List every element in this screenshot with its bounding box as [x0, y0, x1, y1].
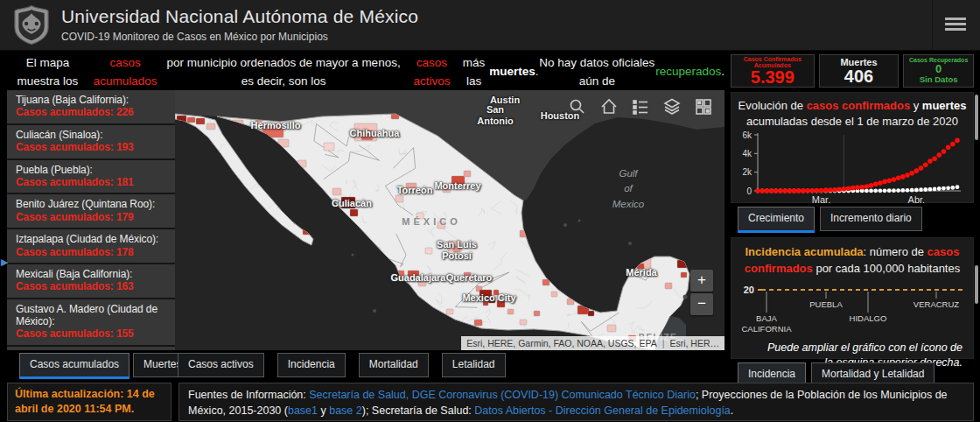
municipality-list-item[interactable]: Miguel Hidalgo (Ciudad de México):	[7, 347, 175, 350]
search-icon[interactable]	[567, 96, 588, 117]
svg-text:4k: 4k	[742, 149, 752, 158]
evolution-panel: Evolución de casos confirmados y muertes…	[731, 92, 974, 203]
municipality-name: Mexicali (Baja California):	[16, 268, 170, 280]
municipality-list-item[interactable]: Benito Juárez (Quintana Roo): Casos acum…	[7, 194, 175, 229]
recovered-stat: Casos Recuperados 0 Sin Datos	[903, 54, 974, 88]
layers-icon[interactable]	[662, 96, 682, 117]
svg-text:20: 20	[744, 285, 754, 295]
main-area: El mapa muestra los casos acumulados por…	[7, 54, 724, 378]
footer: Última actualización: 14 de abril de 202…	[7, 383, 974, 421]
municipality-name: Tijuana (Baja California):	[16, 94, 170, 106]
municipality-list: Tijuana (Baja California): Casos acumula…	[7, 90, 175, 350]
confirmed-value: 5.399	[732, 68, 814, 86]
basemap-gallery-icon[interactable]	[693, 96, 714, 117]
incidence-title: Incidencia acumulada: número de casos co…	[732, 244, 973, 278]
municipality-list-item[interactable]: Gustavo A. Madero (Ciudad de México): Ca…	[7, 299, 175, 347]
svg-text:CALIFORNIA: CALIFORNIA	[741, 324, 792, 334]
municipality-cases: Casos acumulados: 163	[16, 280, 170, 292]
deaths-stat: Muertes 406	[819, 54, 900, 88]
scrollbar-thumb[interactable]	[975, 265, 978, 304]
zoom-control: + −	[690, 270, 713, 317]
evolution-chart: 6k4k2k0Mar.Abr.	[735, 130, 968, 207]
right-column: Casos Confirmados Acumulados 5.399 Muert…	[731, 54, 974, 387]
municipality-list-item[interactable]: Mexicali (Baja California): Casos acumul…	[7, 264, 175, 299]
zoom-out-button[interactable]: −	[690, 293, 713, 315]
recovered-value: 0	[904, 63, 973, 75]
svg-text:6k: 6k	[742, 130, 752, 140]
app-header: Universidad Nacional Autónoma de México …	[0, 0, 980, 51]
expand-panel-arrow-icon[interactable]: ▶	[1, 257, 8, 268]
unam-logo	[11, 4, 52, 46]
municipality-list-item[interactable]: Puebla (Puebla): Casos acumulados: 181	[7, 160, 175, 195]
municipality-cases: Casos acumulados: 155	[16, 327, 170, 340]
page-title: Universidad Nacional Autónoma de México	[61, 6, 418, 27]
hamburger-icon	[945, 18, 966, 33]
municipality-cases: Casos acumulados: 226	[16, 106, 170, 118]
tab-letalidad[interactable]: Letalidad	[442, 353, 506, 377]
municipality-cases: Casos acumulados: 193	[16, 141, 170, 153]
left-panel-tabs: Casos acumuladosMuertes	[7, 353, 175, 378]
attribution-basemap: Esri, HERE, Garmin, FAO, NOAA, USGS, EPA	[466, 338, 656, 348]
source-link[interactable]: base 2	[329, 404, 362, 417]
map-canvas[interactable]: HermosilloChihuahuaTorreónMonterreyCulia…	[175, 90, 724, 350]
svg-text:0: 0	[746, 186, 752, 196]
svg-text:VERACRUZ: VERACRUZ	[914, 299, 959, 309]
tab-casos-activos[interactable]: Casos activos	[178, 353, 264, 377]
municipality-cases: Casos acumulados: 179	[16, 211, 170, 223]
confirmed-label: Casos Confirmados Acumulados	[732, 56, 814, 68]
confirmed-cases-stat: Casos Confirmados Acumulados 5.399	[731, 54, 815, 88]
tab-incidencia[interactable]: Incidencia	[277, 353, 346, 377]
municipality-name: Culiacán (Sinaloa):	[16, 129, 170, 141]
municipality-cases: Casos acumulados: 178	[16, 246, 170, 258]
tab-crecimiento[interactable]: Crecimiento	[738, 207, 815, 231]
svg-text:Mar.: Mar.	[812, 194, 830, 205]
incidence-chart: 20BAJACALIFORNIAPUEBLAHIDALGOVERACRUZ	[735, 278, 970, 335]
home-icon[interactable]	[598, 96, 620, 117]
svg-text:BAJA: BAJA	[756, 313, 777, 323]
tab-mortalidad[interactable]: Mortalidad	[359, 353, 429, 377]
tab-casos-acumulados[interactable]: Casos acumulados	[19, 353, 130, 377]
municipality-name: Iztapalapa (Ciudad de México):	[16, 233, 170, 245]
source-text: ); Secretaría de Salud:	[362, 404, 475, 417]
municipality-name: Gustavo A. Madero (Ciudad de México):	[16, 303, 170, 328]
attribution-overlay: Esri, HER…	[669, 338, 719, 348]
recovered-note: Sin Datos	[904, 75, 973, 84]
zoom-in-button[interactable]: +	[690, 270, 713, 292]
map-attribution: Esri, HERE, Garmin, FAO, NOAA, USGS, EPA…	[461, 336, 724, 350]
source-text: y	[318, 404, 329, 417]
menu-button[interactable]	[932, 0, 980, 50]
incidence-panel: Incidencia acumulada: número de casos co…	[731, 237, 974, 359]
data-sources: Fuentes de Información: Secretaría de Sa…	[178, 383, 974, 421]
map-layer-tabs: Casos activosIncidenciaMortalidadLetalid…	[175, 353, 506, 378]
municipality-list-item[interactable]: Iztapalapa (Ciudad de México): Casos acu…	[7, 229, 175, 264]
basemap-svg	[175, 90, 724, 350]
tab-incremento-diario[interactable]: Incremento diario	[820, 207, 922, 231]
scrollbar-thumb[interactable]	[975, 95, 978, 140]
svg-text:Abr.: Abr.	[908, 194, 926, 205]
deaths-value: 406	[820, 67, 899, 85]
info-banner: El mapa muestra los casos acumulados por…	[7, 54, 724, 90]
attribution-separator: |	[662, 338, 665, 348]
municipality-list-item[interactable]: Culiacán (Sinaloa): Casos acumulados: 19…	[7, 125, 175, 160]
source-link[interactable]: base1	[288, 404, 318, 417]
svg-text:HIDALGO: HIDALGO	[850, 313, 887, 323]
evolution-title: Evolución de casos confirmados y muertes…	[732, 98, 973, 130]
page-subtitle: COVID-19 Monitoreo de Casos en México po…	[61, 31, 328, 43]
source-link[interactable]: Datos Abiertos - Dirección General de Ep…	[474, 404, 731, 417]
svg-text:PUEBLA: PUEBLA	[809, 299, 843, 309]
source-link[interactable]: Secretaría de Salud, DGE Coronavirus (CO…	[309, 389, 696, 401]
last-updated: Última actualización: 14 de abril de 202…	[7, 383, 172, 421]
stats-row: Casos Confirmados Acumulados 5.399 Muert…	[731, 54, 974, 88]
municipality-name: Benito Juárez (Quintana Roo):	[16, 198, 170, 210]
evolution-tabs: CrecimientoIncremento diario	[731, 207, 974, 231]
source-text: Fuentes de Información:	[188, 389, 309, 401]
source-text: .	[731, 404, 733, 417]
municipality-list-item[interactable]: Tijuana (Baja California): Casos acumula…	[7, 90, 175, 125]
municipality-name: Puebla (Puebla):	[16, 164, 170, 176]
map-toolbar	[567, 96, 714, 117]
svg-text:2k: 2k	[742, 168, 752, 178]
municipality-cases: Casos acumulados: 181	[16, 176, 170, 188]
legend-icon[interactable]	[630, 96, 651, 117]
